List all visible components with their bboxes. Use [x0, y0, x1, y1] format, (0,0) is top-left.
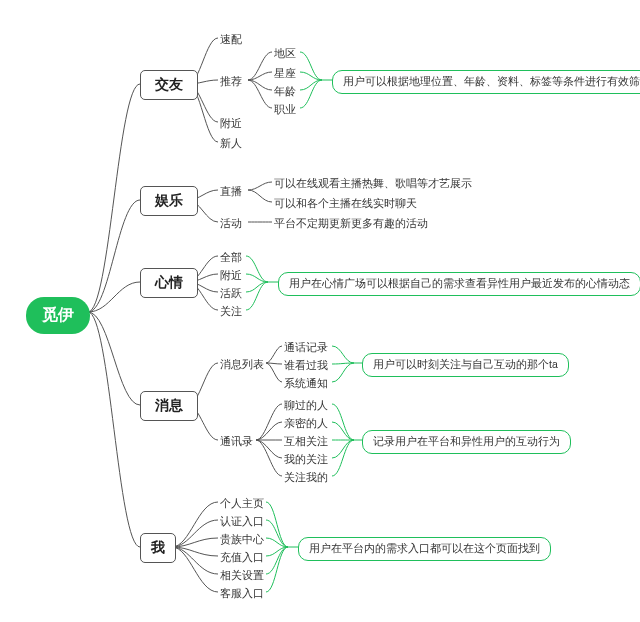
msg-leaf: 通讯录	[220, 434, 253, 449]
me-leaf: 贵族中心	[220, 532, 264, 547]
branch-entertain[interactable]: 娱乐	[140, 186, 198, 216]
msglist-leaf: 通话记录	[284, 340, 328, 355]
mood-leaf: 关注	[220, 304, 242, 319]
branch-mood[interactable]: 心情	[140, 268, 198, 298]
live-detail: 可以在线观看主播热舞、歌唱等才艺展示	[274, 176, 472, 191]
note-contacts: 记录用户在平台和异性用户的互动行为	[362, 430, 571, 454]
note-msglist: 用户可以时刻关注与自己互动的那个ta	[362, 353, 569, 377]
friends-leaf: 推荐	[220, 74, 242, 89]
me-leaf: 认证入口	[220, 514, 264, 529]
contacts-leaf: 关注我的	[284, 470, 328, 485]
msglist-leaf: 谁看过我	[284, 358, 328, 373]
contacts-leaf: 互相关注	[284, 434, 328, 449]
mood-leaf: 活跃	[220, 286, 242, 301]
branch-me[interactable]: 我	[140, 533, 176, 563]
note-mood: 用户在心情广场可以根据自己的需求查看异性用户最近发布的心情动态	[278, 272, 640, 296]
live-detail: 可以和各个主播在线实时聊天	[274, 196, 417, 211]
entertain-leaf: 活动	[220, 216, 242, 231]
mood-leaf: 附近	[220, 268, 242, 283]
mood-leaf: 全部	[220, 250, 242, 265]
friends-leaf: 附近	[220, 116, 242, 131]
branch-friends[interactable]: 交友	[140, 70, 198, 100]
contacts-leaf: 亲密的人	[284, 416, 328, 431]
recommend-leaf: 地区	[274, 46, 296, 61]
msg-leaf: 消息列表	[220, 357, 264, 372]
activity-detail: 平台不定期更新更多有趣的活动	[274, 216, 428, 231]
contacts-leaf: 聊过的人	[284, 398, 328, 413]
recommend-leaf: 职业	[274, 102, 296, 117]
friends-leaf: 新人	[220, 136, 242, 151]
note-recommend: 用户可以根据地理位置、年龄、资料、标签等条件进行有效筛选匹配	[332, 70, 640, 94]
me-leaf: 个人主页	[220, 496, 264, 511]
entertain-leaf: 直播	[220, 184, 242, 199]
me-leaf: 客服入口	[220, 586, 264, 601]
msglist-leaf: 系统通知	[284, 376, 328, 391]
me-leaf: 相关设置	[220, 568, 264, 583]
recommend-leaf: 年龄	[274, 84, 296, 99]
root-node[interactable]: 觅伊	[26, 297, 90, 334]
note-me: 用户在平台内的需求入口都可以在这个页面找到	[298, 537, 551, 561]
friends-leaf: 速配	[220, 32, 242, 47]
recommend-leaf: 星座	[274, 66, 296, 81]
branch-msg[interactable]: 消息	[140, 391, 198, 421]
me-leaf: 充值入口	[220, 550, 264, 565]
contacts-leaf: 我的关注	[284, 452, 328, 467]
